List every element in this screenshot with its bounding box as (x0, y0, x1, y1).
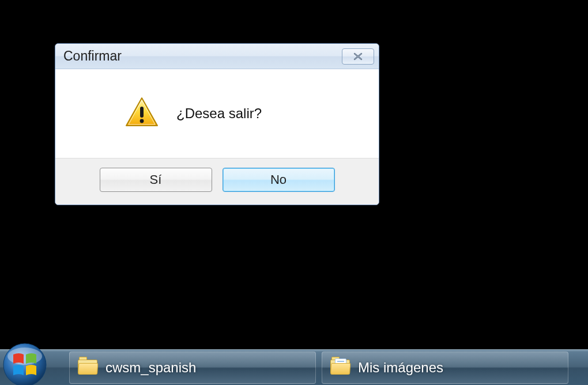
svg-rect-4 (140, 107, 144, 118)
dialog-content: ¿Desea salir? (55, 69, 379, 158)
svg-point-5 (140, 119, 144, 123)
windows-logo-icon (2, 379, 47, 385)
taskbar-item-label: Mis imágenes (358, 360, 443, 376)
svg-point-7 (7, 348, 42, 365)
dialog-button-row: Sí No (55, 158, 379, 205)
taskbar-items: cwsm_spanish Mis imágenes (69, 350, 574, 385)
yes-button-label: Sí (150, 172, 162, 187)
taskbar-item-cwsm-spanish[interactable]: cwsm_spanish (69, 352, 316, 384)
close-button[interactable] (342, 48, 374, 65)
taskbar: cwsm_spanish Mis imágenes (0, 349, 588, 385)
warning-icon (125, 97, 159, 130)
dialog-title: Confirmar (63, 48, 122, 64)
no-button-label: No (270, 172, 287, 187)
dialog-message: ¿Desea salir? (176, 105, 262, 122)
folder-icon (78, 360, 97, 376)
taskbar-item-mis-imagenes[interactable]: Mis imágenes (322, 352, 568, 384)
folder-doc-icon (330, 360, 350, 376)
confirm-dialog: Confirmar (55, 43, 379, 205)
no-button[interactable]: No (223, 168, 335, 192)
dialog-titlebar[interactable]: Confirmar (55, 44, 379, 69)
close-icon (350, 52, 365, 61)
yes-button[interactable]: Sí (100, 168, 212, 192)
start-button[interactable] (2, 342, 47, 385)
taskbar-item-label: cwsm_spanish (105, 360, 196, 376)
